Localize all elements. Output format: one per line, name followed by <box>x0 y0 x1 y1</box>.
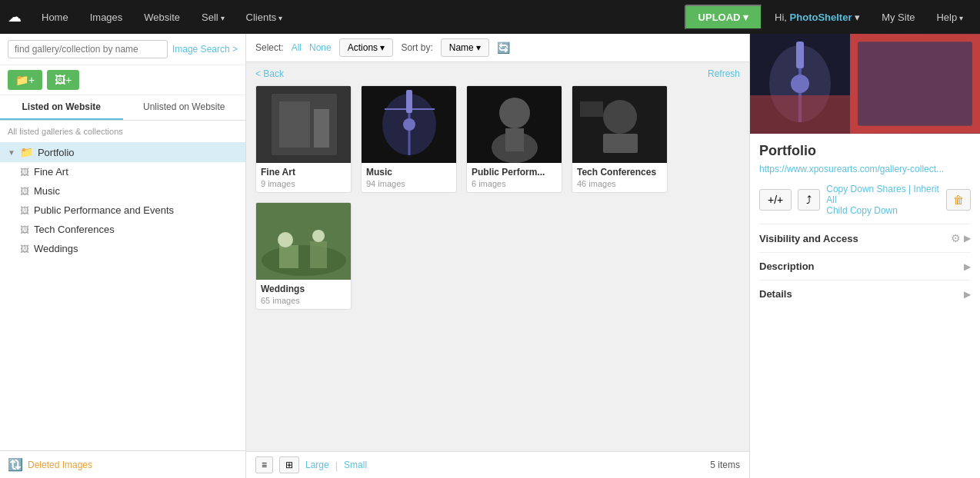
svg-rect-16 <box>603 134 638 153</box>
tree-item-fine-art[interactable]: 🖼 Fine Art <box>0 162 245 181</box>
items-count: 5 items <box>710 460 740 470</box>
panel-actions: +/+ ⤴ Copy Down Shares | Inherit All Chi… <box>759 184 971 216</box>
deleted-images-label[interactable]: Deleted Images <box>28 460 92 470</box>
trash-button[interactable]: 🗑 <box>946 189 971 211</box>
new-image-button[interactable]: 🖼+ <box>47 70 79 90</box>
visibility-section[interactable]: Visibility and Access ⚙ ▶ <box>759 224 971 252</box>
gallery-item-tech-conf[interactable]: Tech Conferences 46 images <box>572 85 668 193</box>
description-arrow-icon[interactable]: ▶ <box>964 261 971 272</box>
svg-rect-31 <box>858 41 972 125</box>
nav-my-site[interactable]: My Site <box>872 7 924 28</box>
list-view-button[interactable]: ≡ <box>255 456 273 473</box>
description-section[interactable]: Description ▶ <box>759 252 971 280</box>
nav-images[interactable]: Images <box>81 7 132 28</box>
gallery-item-weddings[interactable]: Weddings 65 images <box>255 202 352 310</box>
tree-item-tech-conf[interactable]: 🖼 Tech Conferences <box>0 220 245 239</box>
search-input[interactable] <box>8 40 168 58</box>
share-action-button[interactable]: ⤴ <box>798 189 820 211</box>
tab-unlisted[interactable]: Unlisted on Website <box>123 95 246 120</box>
nav-home[interactable]: Home <box>32 7 78 28</box>
large-view-link[interactable]: Large <box>305 460 329 470</box>
details-arrow-icon[interactable]: ▶ <box>964 289 971 300</box>
nav-sell[interactable]: Sell <box>192 7 233 28</box>
tree-label-public: Public Performance and Events <box>34 204 174 216</box>
upload-button[interactable]: UPLOAD <box>685 5 763 30</box>
add-action-button[interactable]: +/+ <box>759 189 792 211</box>
gallery-header: < Back Refresh <box>246 62 749 85</box>
gallery-name-tech: Tech Conferences <box>577 167 662 178</box>
sidebar: Image Search > 📁+ 🖼+ Listed on Website U… <box>0 34 246 478</box>
tree-item-weddings[interactable]: 🖼 Weddings <box>0 239 245 258</box>
gallery-item-fine-art[interactable]: Fine Art 9 images <box>255 85 352 193</box>
gallery-thumb-weddings <box>256 203 352 280</box>
actions-button[interactable]: Actions <box>339 38 394 57</box>
gallery-count-weddings: 65 images <box>261 296 346 305</box>
svg-point-23 <box>312 230 325 242</box>
image-search-link[interactable]: Image Search > <box>172 44 238 55</box>
user-greeting: Hi, PhotoShelter ▾ <box>765 7 869 28</box>
gallery-count-tech: 46 images <box>577 179 662 188</box>
svg-rect-13 <box>505 128 524 151</box>
gallery-info-music: Music 94 images <box>362 163 456 192</box>
svg-rect-17 <box>580 101 603 117</box>
svg-rect-28 <box>796 41 804 68</box>
svg-point-8 <box>403 118 415 131</box>
gallery-info-public: Public Perform... 6 images <box>467 163 562 192</box>
copy-down-link[interactable]: Copy Down Shares | Inherit All Child Cop… <box>826 184 940 216</box>
svg-point-22 <box>278 232 293 247</box>
small-view-link[interactable]: Small <box>344 460 367 470</box>
gallery-item-music[interactable]: Music 94 images <box>361 85 457 193</box>
image-icon-public: 🖼 <box>20 205 29 216</box>
sidebar-tree: ▼ 📁 Portfolio 🖼 Fine Art 🖼 Music 🖼 Publi… <box>0 142 245 450</box>
description-title: Description <box>759 261 964 272</box>
svg-rect-20 <box>279 245 298 268</box>
tree-item-public-perf[interactable]: 🖼 Public Performance and Events <box>0 201 245 220</box>
tree-label-tech: Tech Conferences <box>34 224 115 235</box>
details-title: Details <box>759 288 964 300</box>
select-none-link[interactable]: None <box>309 42 332 53</box>
tree-label-music: Music <box>34 185 60 197</box>
sidebar-tabs: Listed on Website Unlisted on Website <box>0 95 245 121</box>
gallery-footer: ≡ ⊞ Large | Small 5 items <box>246 451 749 478</box>
sidebar-all-label: All listed galleries & collections <box>0 121 245 142</box>
image-icon: 🖼 <box>20 167 29 178</box>
panel-url-link[interactable]: https://www.xposurearts.com/gallery-coll… <box>759 164 971 174</box>
top-navigation: ☁ Home Images Website Sell Clients UPLOA… <box>0 0 980 34</box>
toolbar: Select: All None Actions Sort by: Name 🔄 <box>246 34 749 62</box>
tab-listed[interactable]: Listed on Website <box>0 95 123 120</box>
visibility-arrow-icon[interactable]: ▶ <box>964 233 971 244</box>
username[interactable]: PhotoShelter <box>790 12 852 23</box>
sidebar-footer[interactable]: 🔃 Deleted Images <box>0 450 245 478</box>
panel-body: Portfolio https://www.xposurearts.com/ga… <box>750 134 980 317</box>
new-folder-button[interactable]: 📁+ <box>8 70 42 90</box>
grid-view-button[interactable]: ⊞ <box>279 456 299 473</box>
gallery-thumb-music <box>362 86 457 163</box>
image-icon-tech: 🖼 <box>20 224 29 235</box>
back-link[interactable]: < Back <box>255 68 284 79</box>
select-label: Select: <box>255 42 284 53</box>
nav-help[interactable]: Help <box>927 7 972 28</box>
refresh-link[interactable]: Refresh <box>708 68 740 79</box>
sort-label: Sort by: <box>401 42 432 53</box>
nav-website[interactable]: Website <box>135 7 189 28</box>
select-all-link[interactable]: All <box>292 42 302 53</box>
details-section[interactable]: Details ▶ <box>759 280 971 307</box>
gallery-name-weddings: Weddings <box>261 284 346 294</box>
gallery-info-weddings: Weddings 65 images <box>256 280 351 309</box>
nav-clients[interactable]: Clients <box>237 7 292 28</box>
svg-point-15 <box>603 100 637 134</box>
deleted-icon: 🔃 <box>8 457 23 472</box>
svg-rect-29 <box>750 95 850 134</box>
gear-icon[interactable]: ⚙ <box>951 232 961 244</box>
gallery-count-public: 6 images <box>472 179 557 188</box>
tree-item-portfolio[interactable]: ▼ 📁 Portfolio <box>0 142 245 162</box>
svg-point-19 <box>262 245 346 276</box>
panel-images <box>750 34 980 134</box>
refresh-icon[interactable]: 🔄 <box>497 41 510 54</box>
tree-item-music[interactable]: 🖼 Music <box>0 181 245 201</box>
main-layout: Image Search > 📁+ 🖼+ Listed on Website U… <box>0 34 980 478</box>
sidebar-search-area: Image Search > <box>0 34 245 65</box>
sort-button[interactable]: Name <box>441 38 489 57</box>
expand-icon: ▼ <box>8 148 15 157</box>
gallery-item-public-perf[interactable]: Public Perform... 6 images <box>466 85 562 193</box>
